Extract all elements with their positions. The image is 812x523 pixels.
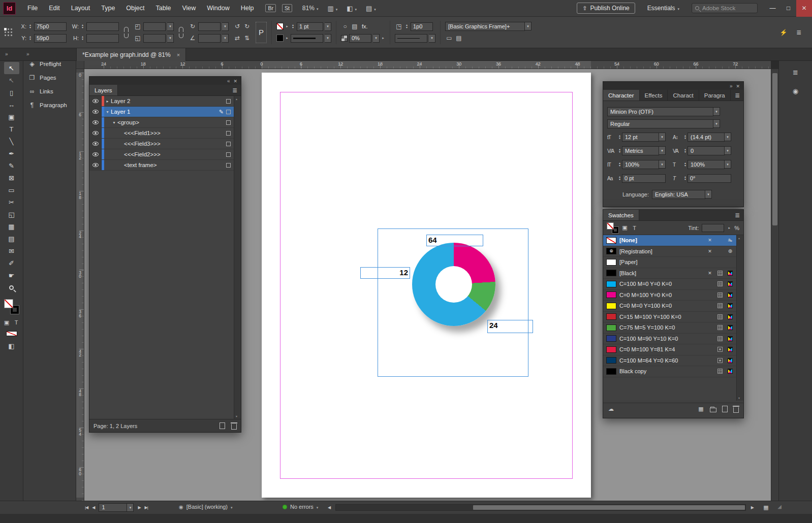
hand-tool[interactable]: ☛	[4, 269, 19, 281]
horizontal-scale-select[interactable]: 100%	[688, 160, 731, 169]
flip-vertical-button[interactable]	[243, 34, 251, 43]
font-family-select[interactable]: Minion Pro (OTF)	[607, 107, 720, 116]
formatting-affects-text-button[interactable]	[13, 319, 20, 326]
kerning-select[interactable]: Metrics	[622, 146, 666, 155]
stroke-type-field[interactable]	[291, 34, 323, 43]
menu-layout[interactable]: Layout	[66, 0, 96, 17]
swatch-row[interactable]: C=15 M=100 Y=100 K=0	[603, 312, 737, 323]
tab-paragra[interactable]: Paragra	[699, 90, 731, 101]
leading-stepper[interactable]	[683, 135, 688, 140]
layer-visibility-toggle[interactable]	[89, 139, 102, 149]
horizontal-scrollbar[interactable]	[335, 504, 746, 511]
gradient-swatch-tool[interactable]: ▦	[4, 220, 19, 233]
menu-window[interactable]: Window	[201, 0, 235, 17]
horizontal-scale-stepper[interactable]	[683, 162, 688, 167]
stroke-type-dropdown[interactable]	[325, 34, 331, 43]
delete-layer-button[interactable]	[231, 424, 237, 430]
window-resize-grip[interactable]	[777, 503, 782, 509]
rotate-cw-button[interactable]	[243, 22, 251, 31]
stroke-color-swatch[interactable]	[276, 23, 284, 30]
constrain-scale-icon[interactable]	[179, 27, 183, 38]
disclosure-triangle-icon[interactable]: ▸	[104, 99, 111, 104]
swatch-row[interactable]: C=0 M=0 Y=100 K=0	[603, 301, 737, 312]
corner-radius-field[interactable]: 1p0	[411, 22, 433, 31]
screen-mode-button[interactable]	[8, 342, 15, 349]
rotate-ccw-button[interactable]	[233, 22, 241, 31]
fill-stroke-proxy-small[interactable]	[607, 223, 618, 233]
view-options-dropdown[interactable]	[327, 5, 337, 12]
opacity-dropdown[interactable]	[373, 34, 380, 43]
layer-row[interactable]: <<<Field2>>>	[89, 149, 234, 160]
dock-panel-paragraph[interactable]: ¶Paragraph	[23, 98, 76, 112]
next-page-button[interactable]	[136, 504, 142, 511]
gradient-feather-tool[interactable]: ▤	[4, 233, 19, 245]
panel-menu-icon[interactable]	[731, 210, 743, 220]
font-size-dropdown[interactable]	[659, 133, 666, 141]
width-field[interactable]	[86, 22, 119, 31]
document-tab[interactable]: *Example pie graph.indd @ 81% ×	[76, 48, 186, 61]
menu-edit[interactable]: Edit	[43, 0, 66, 17]
zoom-tool[interactable]	[4, 281, 19, 293]
swatch-views-button[interactable]	[698, 406, 704, 413]
line-tool[interactable]: ╲	[4, 135, 19, 147]
panel-menu-icon[interactable]	[229, 85, 241, 95]
rotation-angle-field[interactable]	[198, 22, 221, 31]
layer-row[interactable]: ▾Layer 1✎	[89, 107, 234, 117]
ruler-v[interactable]: 061 21 82 43 03 64 24 85 46 0	[76, 69, 84, 501]
caret-down-icon[interactable]	[317, 504, 319, 510]
delete-swatch-button[interactable]	[733, 407, 739, 413]
font-style-dropdown[interactable]	[713, 119, 720, 128]
kerning-dropdown[interactable]	[659, 146, 666, 155]
x-position-field[interactable]: 75p0	[34, 22, 67, 31]
layer-visibility-toggle[interactable]	[89, 96, 102, 106]
language-select[interactable]: English: USA	[652, 190, 712, 199]
stroke-weight-field[interactable]: 1 pt	[297, 22, 323, 31]
swatch-row[interactable]: [Black]✕	[603, 268, 737, 279]
collapse-panel-chevron-icon[interactable]	[227, 77, 229, 84]
font-size-select[interactable]: 12 pt	[622, 133, 666, 142]
height-field[interactable]	[86, 34, 119, 43]
layer-row[interactable]: <<<Field3>>>	[89, 139, 234, 149]
arrange-documents-dropdown[interactable]	[366, 5, 376, 12]
shear-angle-field[interactable]	[198, 34, 221, 43]
page-number-dropdown[interactable]	[127, 503, 134, 512]
previous-page-button[interactable]	[90, 504, 96, 511]
scale-y-field[interactable]	[143, 34, 166, 43]
corner-stepper[interactable]	[404, 24, 409, 29]
ruler-h[interactable]: 2418126061218243036424854606672	[84, 61, 771, 69]
layer-row[interactable]: ▾<group>	[89, 117, 234, 128]
content-collector-tool[interactable]: ▣	[4, 111, 19, 123]
vertical-scrollbar-thumb[interactable]	[772, 73, 777, 225]
menu-help[interactable]: Help	[235, 0, 260, 17]
collapse-panel-chevron-icon[interactable]	[730, 82, 732, 89]
constrain-dimensions-icon[interactable]	[124, 27, 129, 38]
apply-none-button[interactable]	[6, 331, 17, 336]
maximize-button[interactable]: □	[780, 0, 796, 17]
wrap-none-button[interactable]	[445, 34, 453, 43]
layer-visibility-toggle[interactable]	[89, 117, 102, 127]
eyedropper-tool[interactable]: ✐	[4, 257, 19, 269]
layer-frame-box[interactable]	[226, 120, 231, 125]
formatting-affects-container-button[interactable]	[4, 319, 10, 326]
close-panel-icon[interactable]	[736, 82, 740, 89]
new-layer-button[interactable]	[220, 422, 225, 429]
zoom-level-dropdown[interactable]: 81%	[302, 5, 319, 12]
tab-effects[interactable]: Effects	[640, 90, 668, 101]
opacity-field[interactable]: 0%	[349, 34, 371, 43]
height-stepper[interactable]	[80, 36, 85, 41]
swatch-row[interactable]: [None]✕✎	[603, 235, 737, 246]
scale-x-dropdown[interactable]	[167, 22, 174, 31]
language-dropdown[interactable]	[705, 190, 712, 199]
stroke-color-flyout[interactable]	[285, 24, 289, 28]
layer-frame-box[interactable]	[226, 152, 231, 157]
page[interactable]: 64 12 24	[262, 73, 591, 498]
tracking-stepper[interactable]	[683, 148, 688, 153]
y-position-field[interactable]: 59p0	[34, 34, 67, 43]
chart-label-frame-top[interactable]: 64	[426, 235, 483, 246]
collapse-left-dock-chevron-icon[interactable]: »	[26, 51, 28, 57]
menu-table[interactable]: Table	[150, 0, 176, 17]
layer-frame-box[interactable]	[226, 163, 231, 168]
vertical-scale-select[interactable]: 100%	[622, 160, 666, 169]
direct-selection-tool[interactable]: ↖	[4, 74, 19, 86]
tab-swatches[interactable]: Swatches	[603, 210, 639, 220]
